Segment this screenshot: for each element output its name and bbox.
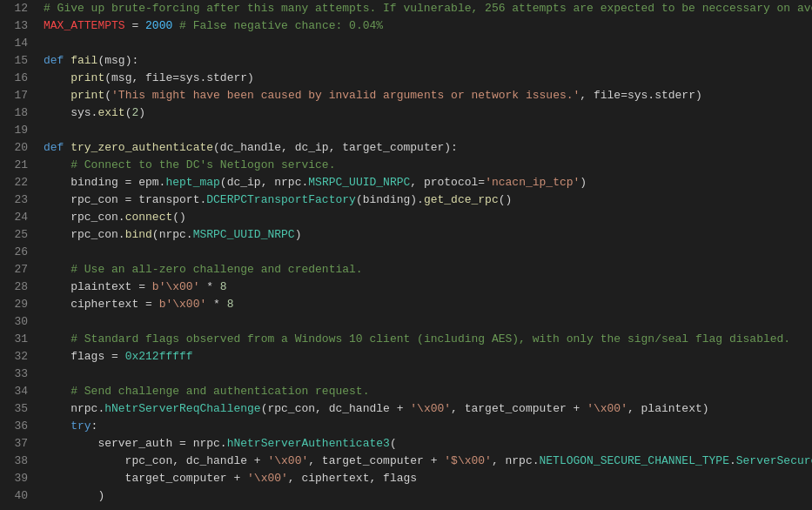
token: 'This might have been caused by invalid … [111, 89, 580, 102]
token: (msg, file=sys.stderr) [104, 71, 254, 84]
line-number: 18 [0, 104, 28, 122]
token: 8 [220, 280, 227, 293]
token: ) [138, 106, 145, 119]
token: def [44, 141, 64, 154]
token: (rpc_con, dc_handle + [261, 402, 411, 415]
token: '$\x00' [444, 454, 492, 467]
token: def [44, 54, 64, 67]
line-number: 14 [0, 35, 28, 52]
token: ciphertext = [44, 298, 159, 311]
token: '\x00' [247, 472, 288, 485]
line-number: 27 [0, 261, 28, 278]
token: (nrpc. [152, 228, 193, 241]
token: () [499, 193, 513, 206]
token: plaintext = [44, 280, 152, 293]
token: sys. [44, 106, 97, 119]
code-line: def try_zero_authenticate(dc_handle, dc_… [44, 139, 812, 157]
token: * [199, 280, 219, 293]
code-line: # Send challenge and authentication requ… [44, 383, 812, 400]
code-line: rpc_con.bind(nrpc.MSRPC_UUID_NRPC) [44, 226, 812, 244]
token: rpc_con. [44, 211, 125, 224]
code-line [44, 35, 812, 52]
token: , plaintext) [627, 402, 709, 415]
token [172, 19, 179, 32]
token: # Give up brute-forcing after this many … [44, 2, 812, 15]
token: (msg): [97, 54, 138, 67]
token: (dc_ip, nrpc. [220, 176, 308, 189]
line-number: 17 [0, 87, 28, 104]
token: # Use an all-zero challenge and credenti… [70, 263, 362, 276]
code-line: # Give up brute-forcing after this many … [44, 0, 812, 17]
token: ServerSecureChannel [736, 454, 812, 467]
token [44, 71, 70, 84]
token: rpc_con. [44, 228, 125, 241]
token: rpc_con = transport. [44, 193, 206, 206]
token: MAX_ATTEMPTS [44, 19, 125, 32]
code-line [44, 122, 812, 139]
token: hNetrServerAuthenticate3 [227, 437, 390, 450]
token: fail [70, 54, 97, 67]
line-number: 12 [0, 0, 28, 17]
token: , target_computer + [451, 402, 587, 415]
code-line: # Standard flags observed from a Windows… [44, 331, 812, 348]
line-number: 29 [0, 296, 28, 313]
token [44, 332, 70, 346]
token: print [70, 89, 104, 102]
token [44, 385, 70, 398]
token: nrpc. [44, 402, 104, 415]
token [44, 89, 70, 102]
code-line: rpc_con, dc_handle + '\x00', target_comp… [44, 453, 812, 470]
token: rpc_con, dc_handle + [44, 454, 267, 467]
token: ) [295, 228, 302, 241]
token: , nrpc. [492, 454, 540, 467]
token: try_zero_authenticate [70, 141, 213, 154]
line-number: 32 [0, 348, 28, 366]
line-number: 22 [0, 174, 28, 191]
line-number: 30 [0, 313, 28, 331]
code-line: # Use an all-zero challenge and credenti… [44, 261, 812, 278]
token: # Standard flags observed from a Windows… [70, 332, 790, 346]
line-number: 23 [0, 191, 28, 209]
code-line [44, 244, 812, 261]
token: , target_computer + [308, 454, 444, 467]
token: (dc_handle, dc_ip, target_computer): [213, 141, 458, 154]
code-line: plaintext = b'\x00' * 8 [44, 278, 812, 296]
token: : [91, 419, 98, 433]
line-number: 38 [0, 453, 28, 470]
token: '\x00' [587, 402, 627, 415]
token: print [70, 71, 104, 84]
code-line: print(msg, file=sys.stderr) [44, 70, 812, 87]
token: exit [97, 106, 124, 119]
token: , protocol= [410, 176, 485, 189]
line-number: 35 [0, 400, 28, 418]
token: NETLOGON_SECURE_CHANNEL_TYPE [540, 454, 729, 467]
token: ) [44, 489, 104, 502]
code-line: flags = 0x212fffff [44, 348, 812, 366]
token: target_computer + [44, 472, 247, 485]
token: hept_map [165, 176, 219, 189]
line-number: 13 [0, 17, 28, 35]
line-number: 36 [0, 418, 28, 435]
line-number: 19 [0, 122, 28, 139]
token: . [729, 454, 736, 467]
code-line: try: [44, 418, 812, 435]
token: (binding). [356, 193, 424, 206]
code-area[interactable]: # Give up brute-forcing after this many … [35, 0, 812, 510]
line-numbers: 1213141516171819202122232425262728293031… [0, 0, 35, 510]
token: ( [390, 437, 397, 450]
line-number: 33 [0, 366, 28, 383]
line-number: 34 [0, 383, 28, 400]
token: , file=sys.stderr) [580, 89, 701, 102]
token: try [44, 419, 91, 433]
token: b'\x00' [152, 280, 200, 293]
line-number: 28 [0, 278, 28, 296]
token: # Connect to the DC's Netlogon service. [70, 158, 335, 171]
token: 'ncacn_ip_tcp' [485, 176, 580, 189]
token: * [206, 298, 226, 311]
code-line: MAX_ATTEMPTS = 2000 # False negative cha… [44, 17, 812, 35]
line-number: 16 [0, 70, 28, 87]
token: flags = [44, 350, 125, 363]
code-line: ciphertext = b'\x00' * 8 [44, 296, 812, 313]
code-line: nrpc.hNetrServerReqChallenge(rpc_con, dc… [44, 400, 812, 418]
token: bind [125, 228, 152, 241]
